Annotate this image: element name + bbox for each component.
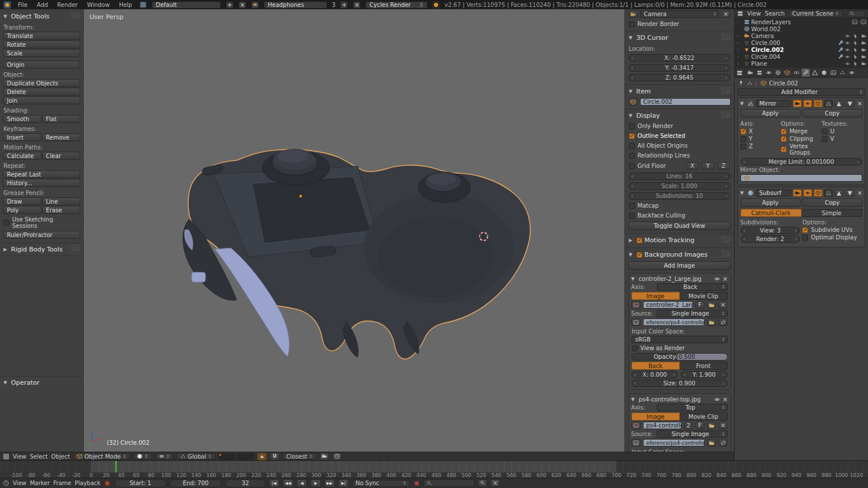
current-frame-field[interactable]: 32: [225, 479, 265, 487]
mirror-object-field[interactable]: [740, 174, 862, 182]
frame-end-field[interactable]: End: 700: [170, 479, 222, 487]
editor-type-icon[interactable]: [3, 480, 9, 486]
snap-magnet-toggle[interactable]: [270, 453, 279, 460]
scene-delete-button[interactable]: ×: [353, 1, 361, 9]
renderable-camera-icon[interactable]: [861, 61, 866, 66]
render-toggle[interactable]: [793, 189, 802, 197]
image-datablock-icon[interactable]: [631, 422, 641, 429]
tab-object[interactable]: [783, 69, 791, 77]
blender-menu-icon[interactable]: [3, 1, 11, 9]
remove-image-button[interactable]: ×: [723, 276, 727, 282]
tab-constraints[interactable]: [792, 69, 800, 77]
image-tab[interactable]: Image: [631, 412, 680, 421]
renderable-camera-icon[interactable]: [861, 54, 866, 59]
expand-icon[interactable]: ◦: [737, 47, 742, 52]
panel-resize-hatch[interactable]: [721, 111, 731, 118]
move-up-button[interactable]: ▲: [835, 100, 844, 107]
visibility-eye-icon[interactable]: [714, 276, 720, 282]
optimal-display-checkbox[interactable]: [802, 235, 808, 241]
scene-icon[interactable]: [251, 1, 259, 9]
layer-cell[interactable]: [248, 453, 250, 456]
layer-cell[interactable]: [244, 453, 247, 456]
layer-buttons[interactable]: [219, 453, 254, 460]
tab-scene[interactable]: [765, 69, 773, 77]
outliner-view-menu[interactable]: View: [747, 10, 761, 17]
only-render-checkbox[interactable]: [629, 123, 635, 129]
viewport-visibility-toggle[interactable]: [803, 100, 812, 107]
duplicate-objects-button[interactable]: Duplicate Objects: [3, 79, 80, 87]
layer-cell[interactable]: [226, 457, 229, 460]
filepath-field[interactable]: eference/ps4-controller/ps4-controller-t…: [643, 439, 705, 446]
keying-set-field[interactable]: [424, 479, 474, 487]
delete-modifier-button[interactable]: ×: [858, 190, 862, 196]
motion-tracking-panel-header[interactable]: ▶ Motion Tracking: [628, 235, 731, 246]
unlink-image-button[interactable]: ×: [719, 422, 728, 429]
render-opengl-button[interactable]: [320, 453, 329, 460]
layer-cell[interactable]: [233, 457, 235, 460]
lock-to-scene-toggle[interactable]: 🔒︎: [257, 453, 267, 460]
layer-cell[interactable]: [241, 457, 244, 460]
delete-button[interactable]: Delete: [3, 88, 80, 96]
renderable-camera-icon[interactable]: [861, 40, 866, 46]
toggle-quad-view-button[interactable]: Toggle Quad View: [628, 222, 731, 230]
play-button[interactable]: ▶: [310, 479, 321, 487]
timeline-track[interactable]: [0, 461, 868, 472]
display-panel-header[interactable]: ▼Display: [628, 110, 731, 121]
playhead[interactable]: [115, 461, 117, 472]
collapse-icon[interactable]: ▼: [631, 397, 637, 402]
item-name-field[interactable]: Circle.002: [640, 98, 731, 106]
copy-button[interactable]: Copy: [802, 109, 862, 118]
remove-image-button[interactable]: ×: [723, 396, 727, 403]
expand-icon[interactable]: ◦: [737, 40, 742, 46]
render-opengl-anim-button[interactable]: [332, 453, 342, 460]
image-tab[interactable]: Image: [631, 292, 680, 300]
axis-select[interactable]: Top: [657, 404, 728, 411]
front-toggle[interactable]: Front: [680, 362, 728, 370]
selectable-arrow-icon[interactable]: [853, 47, 858, 52]
background-images-panel-header[interactable]: ▼ Background Images: [628, 249, 731, 260]
panel-resize-hatch[interactable]: [721, 87, 731, 94]
layer-cell[interactable]: [229, 457, 232, 460]
texture-v-checkbox[interactable]: [822, 136, 828, 142]
layer-cell[interactable]: [237, 453, 240, 456]
reload-image-button[interactable]: [719, 318, 728, 326]
timeline-playback-menu[interactable]: Playback: [74, 480, 100, 486]
renderable-camera-icon[interactable]: [861, 33, 866, 39]
modifier-name-field[interactable]: Mirror: [755, 100, 791, 107]
delete-keyframe-button[interactable]: ×: [491, 479, 500, 487]
calculate-paths-button[interactable]: Calculate: [3, 152, 42, 160]
relationship-lines-checkbox[interactable]: [629, 153, 635, 159]
timeline-marker-menu[interactable]: Marker: [30, 480, 50, 486]
tab-texture[interactable]: [829, 69, 837, 77]
timeline-view-menu[interactable]: View: [13, 480, 27, 486]
auto-keyframe-record-button[interactable]: [413, 480, 420, 487]
next-keyframe-button[interactable]: ▶▶: [324, 479, 335, 487]
movie-clip-tab[interactable]: Movie Clip: [680, 412, 728, 421]
menu-window[interactable]: Window: [85, 2, 112, 8]
filepath-field[interactable]: eference/ps4-controller/controller-2_Lar…: [643, 318, 705, 326]
render-toggle[interactable]: [793, 100, 802, 107]
local-camera-field[interactable]: Camera: [640, 10, 719, 18]
vertex-groups-checkbox[interactable]: [781, 147, 787, 152]
scale-button[interactable]: Scale: [3, 49, 80, 57]
screen-layout-icon[interactable]: [139, 1, 147, 9]
grease-poly-button[interactable]: Poly: [3, 206, 42, 214]
move-up-button[interactable]: ▲: [835, 189, 844, 197]
outliner-row-plane[interactable]: ◦ ▽ Plane: [735, 60, 868, 67]
grid-floor-checkbox[interactable]: [629, 163, 635, 169]
movie-clip-tab[interactable]: Movie Clip: [680, 292, 728, 300]
image-name-field[interactable]: ps4-controller-top.jpg: [643, 422, 682, 429]
timeline-frame-menu[interactable]: Frame: [53, 480, 71, 486]
layer-cell[interactable]: [251, 457, 254, 460]
outliner-search-menu[interactable]: Search: [765, 10, 784, 17]
layer-cell[interactable]: [251, 453, 254, 456]
cage-toggle[interactable]: [824, 100, 833, 107]
selectable-arrow-icon[interactable]: [853, 33, 858, 39]
panel-resize-hatch[interactable]: [721, 33, 731, 40]
selectable-arrow-icon[interactable]: [853, 54, 858, 59]
cage-toggle[interactable]: [824, 189, 833, 197]
viewport-shading-selector[interactable]: ⇕: [133, 453, 152, 460]
use-preview-range-toggle[interactable]: [104, 480, 111, 487]
editor-type-icon[interactable]: [3, 453, 9, 460]
tab-world[interactable]: [774, 69, 782, 77]
